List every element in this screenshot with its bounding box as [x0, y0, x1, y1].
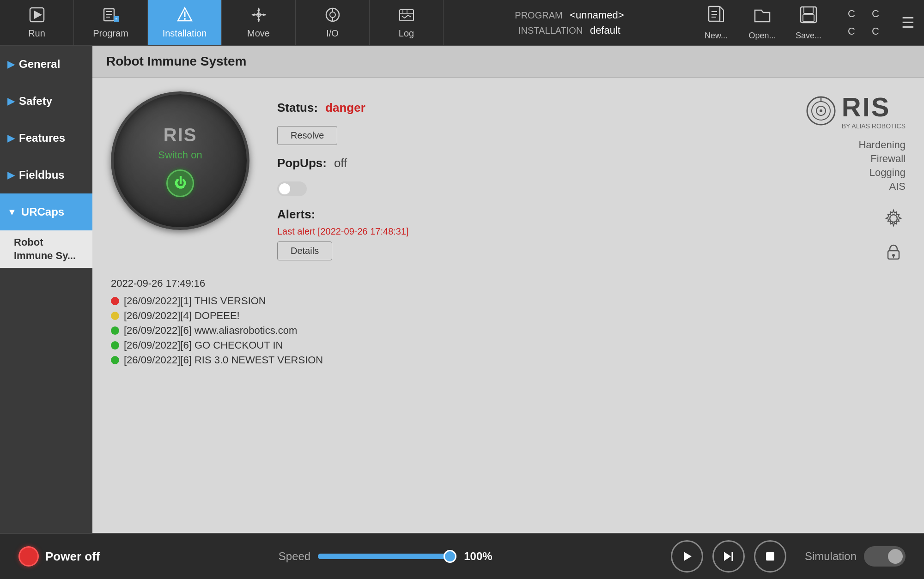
right-column: RIS BY ALIAS ROBOTICS Hardening Firewall…: [805, 91, 906, 264]
bottom-bar: Power off Speed 100% Simulation: [0, 533, 924, 579]
nav-indicators: C C C C: [839, 1, 892, 43]
popups-value: off: [334, 156, 347, 170]
settings-icon-button[interactable]: [881, 206, 906, 230]
power-label: Power off: [45, 549, 100, 564]
ris-circle-label: RIS: [164, 125, 197, 145]
program-info: PROGRAM <unnamed>: [515, 7, 624, 23]
ris-circle: RIS Switch on ⏻: [111, 91, 249, 230]
installation-info-label: INSTALLATION: [518, 25, 583, 36]
nav-installation[interactable]: Installation: [148, 0, 222, 45]
svg-rect-31: [804, 7, 813, 13]
sidebar-item-safety[interactable]: ▶ Safety: [0, 83, 92, 120]
io-icon: [324, 6, 341, 26]
program-icon: [102, 6, 120, 26]
log-dot-4: [111, 356, 119, 364]
svg-marker-1: [34, 11, 42, 19]
speed-section: Speed 100%: [118, 550, 652, 563]
content-panel: Robot Immune System RIS Switch on ⏻ Stat…: [92, 46, 924, 533]
new-icon: [706, 5, 726, 29]
ris-logo-text: RIS: [842, 91, 906, 122]
log-dot-0: [111, 297, 119, 305]
last-alert: Last alert [2022-09-26 17:48:31]: [277, 226, 777, 237]
details-button[interactable]: Details: [277, 241, 332, 260]
popup-row: PopUps: off: [277, 156, 777, 170]
log-text-2: [26/09/2022][6] www.aliasrobotics.com: [124, 325, 297, 337]
new-button[interactable]: New...: [695, 5, 737, 41]
ris-logo: RIS BY ALIAS ROBOTICS: [805, 91, 906, 130]
sidebar-item-fieldbus[interactable]: ▶ Fieldbus: [0, 157, 92, 193]
program-info-label: PROGRAM: [515, 10, 562, 20]
popups-label: PopUps:: [277, 156, 327, 170]
arrow-icon-urcaps: ▼: [7, 207, 17, 217]
status-label: Status:: [277, 101, 318, 115]
sidebar-item-features[interactable]: ▶ Features: [0, 120, 92, 157]
ris-power-button[interactable]: ⏻: [166, 169, 194, 197]
svg-marker-42: [684, 552, 692, 561]
power-dot: [18, 546, 39, 567]
ris-logo-text-group: RIS BY ALIAS ROBOTICS: [842, 91, 906, 130]
svg-point-36: [820, 109, 822, 112]
svg-marker-13: [257, 7, 260, 11]
sidebar: ▶ General ▶ Safety ▶ Features ▶ Fieldbus…: [0, 46, 92, 533]
nav-io[interactable]: I/O: [296, 0, 370, 45]
ris-logo-sub: BY ALIAS ROBOTICS: [842, 122, 906, 130]
speed-slider-thumb: [444, 550, 456, 563]
log-entry-0: [26/09/2022][1] THIS VERSION: [111, 295, 906, 307]
nav-log[interactable]: Log: [370, 0, 444, 45]
log-entry-3: [26/09/2022][6] GO CHECKOUT IN: [111, 339, 906, 351]
speed-percent: 100%: [464, 550, 492, 563]
link-ais[interactable]: AIS: [889, 181, 906, 193]
save-label: Save...: [796, 31, 821, 41]
log-entry-2: [26/09/2022][6] www.aliasrobotics.com: [111, 325, 906, 337]
speed-slider[interactable]: [318, 554, 456, 559]
speed-label: Speed: [279, 550, 310, 563]
nav-move[interactable]: Move: [222, 0, 296, 45]
next-button[interactable]: [712, 540, 745, 573]
nav-actions: New... Open... Save...: [695, 5, 839, 41]
play-button[interactable]: [671, 540, 703, 573]
hamburger-menu[interactable]: ☰: [892, 9, 924, 36]
log-dot-3: [111, 341, 119, 350]
top-nav: Run Program Installation Move I/O Log PR…: [0, 0, 924, 46]
open-button[interactable]: Open...: [742, 5, 783, 41]
io-label: I/O: [326, 28, 339, 39]
status-area: Status: danger Resolve PopUps: off Alert…: [277, 91, 777, 260]
popups-toggle[interactable]: [277, 181, 307, 196]
log-text-4: [26/09/2022][6] RIS 3.0 NEWEST VERSION: [124, 354, 323, 366]
sidebar-label-urcaps: URCaps: [21, 205, 64, 218]
simulation-toggle[interactable]: [864, 546, 906, 567]
stop-button[interactable]: [754, 540, 786, 573]
ris-side-icons: [881, 206, 906, 264]
svg-rect-32: [803, 15, 814, 21]
arrow-icon-features: ▶: [7, 133, 14, 144]
log-timestamp: 2022-09-26 17:49:16: [111, 277, 906, 290]
open-label: Open...: [748, 31, 776, 41]
sidebar-label-features: Features: [19, 132, 65, 145]
program-info-name: <unnamed>: [570, 9, 624, 21]
sidebar-item-general[interactable]: ▶ General: [0, 46, 92, 83]
nav-run[interactable]: Run: [0, 0, 74, 45]
link-hardening[interactable]: Hardening: [858, 139, 906, 151]
nav-program[interactable]: Program: [74, 0, 148, 45]
switch-on-label: Switch on: [158, 149, 202, 161]
link-logging[interactable]: Logging: [869, 167, 906, 179]
arrow-icon-safety: ▶: [7, 96, 14, 107]
save-icon: [798, 5, 819, 29]
resolve-button[interactable]: Resolve: [277, 126, 337, 145]
run-label: Run: [28, 28, 45, 39]
move-icon: [250, 6, 267, 26]
link-firewall[interactable]: Firewall: [870, 153, 906, 165]
log-dot-1: [111, 312, 119, 320]
sidebar-sub-robot-immune[interactable]: RobotImmune Sy...: [0, 230, 92, 268]
save-button[interactable]: Save...: [788, 5, 829, 41]
svg-marker-43: [724, 552, 731, 561]
log-entry-4: [26/09/2022][6] RIS 3.0 NEWEST VERSION: [111, 354, 906, 366]
content-body: RIS Switch on ⏻ Status: danger Resolve: [92, 78, 924, 533]
indicator-row-2: C C: [848, 23, 883, 39]
new-label: New...: [705, 31, 728, 41]
lock-icon-button[interactable]: [881, 240, 906, 264]
move-label: Move: [247, 28, 270, 39]
run-icon: [28, 6, 46, 26]
sidebar-item-urcaps[interactable]: ▼ URCaps: [0, 193, 92, 230]
log-entry-1: [26/09/2022][4] DOPEEE!: [111, 310, 906, 322]
